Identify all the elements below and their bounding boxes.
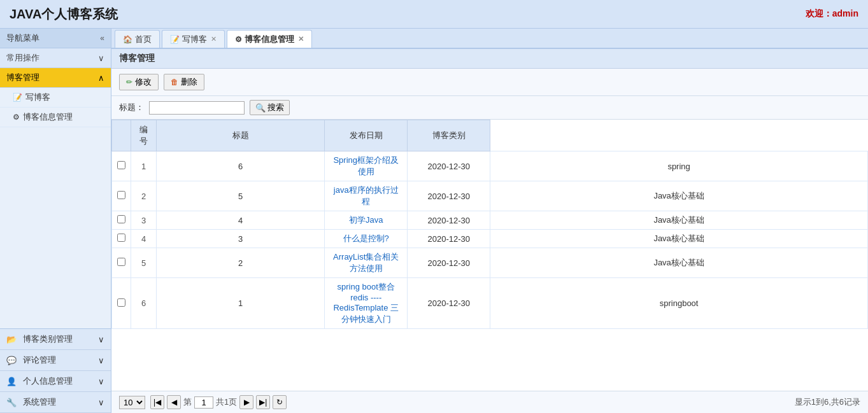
sidebar-group-system[interactable]: 🔧 系统管理 ∨ bbox=[0, 392, 111, 413]
checkbox-1[interactable] bbox=[117, 191, 125, 199]
row-id-3: 3 bbox=[157, 230, 325, 248]
edit-button[interactable]: ✏ 修改 bbox=[119, 74, 159, 90]
comment-icon: 💬 bbox=[6, 356, 17, 365]
table-wrapper: 编号 标题 发布日期 博客类别 1 6 Spring框架介绍及使用 2020-1… bbox=[111, 120, 868, 391]
header: JAVA个人博客系统 欢迎：admin bbox=[0, 0, 868, 29]
tab-blog-info[interactable]: ⚙ 博客信息管理 ✕ bbox=[227, 30, 312, 48]
page-input[interactable] bbox=[194, 396, 213, 409]
edit-icon: ✏ bbox=[126, 78, 132, 87]
total-pages-label: 共1页 bbox=[216, 396, 237, 408]
last-page-button[interactable]: ▶| bbox=[256, 395, 270, 409]
title-link-2[interactable]: 初学Java bbox=[349, 215, 383, 225]
chevron-up-icon: ∧ bbox=[98, 73, 104, 83]
row-category-2: Java核心基础 bbox=[490, 211, 868, 230]
checkbox-0[interactable] bbox=[117, 161, 125, 169]
row-checkbox-2 bbox=[112, 211, 131, 230]
page-size-select[interactable]: 10 20 50 bbox=[119, 396, 145, 409]
col-num-header: 编号 bbox=[131, 120, 157, 151]
toolbar: ✏ 修改 🗑 删除 bbox=[111, 69, 868, 96]
row-title-3: 什么是控制? bbox=[325, 230, 408, 248]
checkbox-4[interactable] bbox=[117, 258, 125, 266]
system-icon: 🔧 bbox=[6, 398, 17, 407]
col-category-header: 博客类别 bbox=[408, 120, 490, 151]
chevron-down-icon2: ∨ bbox=[98, 335, 104, 344]
table-row: 1 6 Spring框架介绍及使用 2020-12-30 spring bbox=[112, 151, 868, 181]
category-icon: 📂 bbox=[6, 335, 17, 344]
prev-page-button[interactable]: ◀ bbox=[167, 395, 181, 409]
sidebar-group-comment[interactable]: 💬 评论管理 ∨ bbox=[0, 350, 111, 371]
display-info: 显示1到6,共6记录 bbox=[795, 396, 860, 408]
row-id-4: 2 bbox=[157, 248, 325, 278]
row-date-2: 2020-12-30 bbox=[408, 211, 490, 230]
write-icon: 📝 bbox=[170, 35, 180, 44]
col-checkbox bbox=[112, 120, 131, 151]
tab-blog-info-close[interactable]: ✕ bbox=[298, 35, 304, 43]
row-title-1: java程序的执行过程 bbox=[325, 181, 408, 211]
sidebar-item-write-blog[interactable]: 📝 写博客 bbox=[0, 88, 111, 108]
app-title: JAVA个人博客系统 bbox=[10, 6, 118, 23]
title-link-1[interactable]: java程序的执行过程 bbox=[334, 185, 399, 206]
chevron-down-icon3: ∨ bbox=[98, 356, 104, 365]
search-icon: 🔍 bbox=[255, 103, 266, 113]
section-title: 博客管理 bbox=[111, 49, 868, 69]
search-label: 标题： bbox=[119, 102, 144, 113]
row-num-4: 5 bbox=[131, 248, 157, 278]
tab-write-close[interactable]: ✕ bbox=[211, 35, 217, 43]
delete-button[interactable]: 🗑 删除 bbox=[164, 74, 204, 90]
refresh-button[interactable]: ↻ bbox=[273, 395, 287, 409]
page-label: 第 bbox=[183, 396, 192, 408]
nav-label: 导航菜单 bbox=[6, 32, 39, 44]
next-page-button[interactable]: ▶ bbox=[239, 395, 253, 409]
row-checkbox-3 bbox=[112, 230, 131, 248]
pagination: 10 20 50 |◀ ◀ 第 共1页 ▶ ▶| ↻ 显示1到6,共6记录 bbox=[111, 391, 868, 413]
checkbox-5[interactable] bbox=[117, 298, 125, 307]
welcome-text: 欢迎：admin bbox=[806, 8, 858, 20]
title-link-4[interactable]: ArrayList集合相关方法使用 bbox=[333, 252, 399, 273]
row-num-2: 3 bbox=[131, 211, 157, 230]
settings-icon: ⚙ bbox=[235, 35, 242, 44]
search-btn-label: 搜索 bbox=[267, 102, 284, 113]
tab-home[interactable]: 🏠 首页 bbox=[115, 30, 160, 48]
row-id-0: 6 bbox=[157, 151, 325, 181]
chevron-down-icon: ∨ bbox=[98, 53, 104, 63]
edit-label: 修改 bbox=[135, 76, 152, 88]
row-category-5: springboot bbox=[490, 278, 868, 329]
chevron-down-icon5: ∨ bbox=[98, 398, 104, 407]
row-title-4: ArrayList集合相关方法使用 bbox=[325, 248, 408, 278]
search-button[interactable]: 🔍 搜索 bbox=[250, 100, 290, 115]
tab-write-label: 写博客 bbox=[182, 34, 207, 45]
row-title-2: 初学Java bbox=[325, 211, 408, 230]
table-header-row: 编号 标题 发布日期 博客类别 bbox=[112, 120, 868, 151]
row-date-3: 2020-12-30 bbox=[408, 230, 490, 248]
checkbox-2[interactable] bbox=[117, 215, 125, 223]
sidebar-group-category[interactable]: 📂 博客类别管理 ∨ bbox=[0, 329, 111, 350]
row-id-5: 1 bbox=[157, 278, 325, 329]
delete-label: 删除 bbox=[181, 76, 197, 88]
table-row: 6 1 spring boot整合redis ---- RedisTemplat… bbox=[112, 278, 868, 329]
sidebar-item-blog-info[interactable]: ⚙ 博客信息管理 bbox=[0, 108, 111, 127]
sidebar-group-personal[interactable]: 👤 个人信息管理 ∨ bbox=[0, 371, 111, 392]
row-category-0: spring bbox=[490, 151, 868, 181]
row-num-0: 1 bbox=[131, 151, 157, 181]
checkbox-3[interactable] bbox=[117, 234, 125, 242]
sidebar-header: 导航菜单 « bbox=[0, 29, 111, 48]
title-link-3[interactable]: 什么是控制? bbox=[343, 234, 389, 243]
row-date-5: 2020-12-30 bbox=[408, 278, 490, 329]
col-title-header: 标题 bbox=[157, 120, 325, 151]
sidebar-group-blog[interactable]: 博客管理 ∧ bbox=[0, 68, 111, 88]
first-page-button[interactable]: |◀ bbox=[150, 395, 164, 409]
search-input[interactable] bbox=[149, 101, 245, 115]
row-num-5: 6 bbox=[131, 278, 157, 329]
title-link-5[interactable]: spring boot整合redis ---- RedisTemplate 三分… bbox=[333, 282, 399, 324]
row-checkbox-0 bbox=[112, 151, 131, 181]
tab-write-blog[interactable]: 📝 写博客 ✕ bbox=[162, 30, 225, 48]
delete-icon: 🗑 bbox=[171, 78, 178, 87]
row-num-3: 4 bbox=[131, 230, 157, 248]
group1-label: 常用操作 bbox=[6, 52, 39, 64]
title-link-0[interactable]: Spring框架介绍及使用 bbox=[333, 155, 399, 176]
tab-bar: 🏠 首页 📝 写博客 ✕ ⚙ 博客信息管理 ✕ bbox=[111, 29, 868, 49]
collapse-icon[interactable]: « bbox=[100, 34, 104, 43]
table-row: 3 4 初学Java 2020-12-30 Java核心基础 bbox=[112, 211, 868, 230]
table-row: 2 5 java程序的执行过程 2020-12-30 Java核心基础 bbox=[112, 181, 868, 211]
sidebar-group-common[interactable]: 常用操作 ∨ bbox=[0, 48, 111, 68]
